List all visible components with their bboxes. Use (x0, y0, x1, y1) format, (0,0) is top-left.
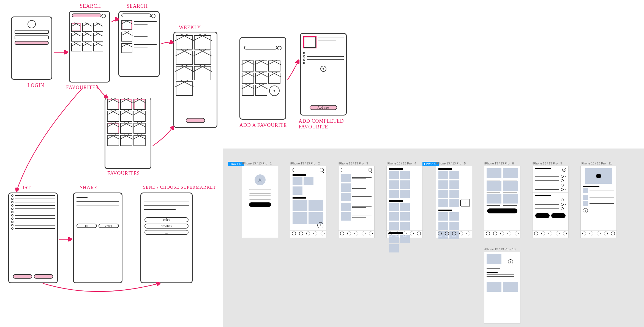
artboard-search-home[interactable]: + (290, 166, 326, 238)
add-fab[interactable]: + (317, 222, 323, 228)
tab-bar[interactable] (484, 230, 520, 238)
frame-label: iPhone 13 / 13 Pro - 9 (533, 162, 562, 165)
artboard-login[interactable] (242, 166, 278, 238)
add-button[interactable]: + (508, 259, 513, 264)
artboard-grid[interactable] (387, 166, 422, 238)
username-input[interactable] (249, 189, 271, 194)
artboard-add-tile[interactable]: + (436, 166, 472, 238)
search-input[interactable] (341, 168, 372, 172)
frame-label: iPhone 13 / 13 Pro - 1 (242, 162, 272, 165)
tab-bar[interactable] (533, 230, 568, 238)
tab-bar[interactable] (436, 230, 472, 238)
tab-bar[interactable] (387, 230, 422, 238)
avatar-icon (255, 174, 266, 185)
svg-point-0 (259, 178, 261, 180)
search-input[interactable] (293, 168, 324, 172)
artboard-10[interactable]: + (484, 252, 520, 323)
tab-bar[interactable] (581, 230, 616, 238)
frame-label: iPhone 13 / 13 Pro - 10 (484, 248, 515, 251)
flow-tag-1[interactable]: Flow 1 (228, 162, 244, 166)
frame-label: iPhone 13 / 13 Pro - 8 (484, 162, 514, 165)
artboard-detail[interactable]: + (581, 166, 616, 238)
frame-label: iPhone 13 / 13 Pro - 4 (387, 162, 416, 165)
artboard-checklist[interactable]: ↗ - - - - - - - (533, 166, 568, 238)
tab-bar[interactable] (339, 230, 374, 238)
artboard-search-results[interactable] (339, 166, 374, 238)
add-tile[interactable]: + (460, 199, 470, 207)
search-icon (320, 168, 324, 172)
frame-label: iPhone 13 / 13 Pro - 5 (436, 162, 466, 165)
add-button[interactable]: + (583, 208, 588, 213)
login-button[interactable] (249, 202, 271, 207)
tab-bar[interactable] (290, 230, 326, 238)
share-icon[interactable]: ↗ (562, 168, 566, 172)
frame-label: iPhone 13 / 13 Pro - 2 (290, 162, 320, 165)
artboard-8[interactable] (484, 166, 520, 238)
frame-label: iPhone 13 / 13 Pro - 3 (339, 162, 368, 165)
figma-canvas[interactable]: Flow 1 Flow 2 iPhone 13 / 13 Pro - 1 iPh… (223, 149, 644, 327)
image-placeholder (585, 168, 612, 184)
search-icon (368, 168, 372, 172)
frame-label: iPhone 13 / 13 Pro - 11 (581, 162, 612, 165)
password-input[interactable] (249, 195, 271, 200)
